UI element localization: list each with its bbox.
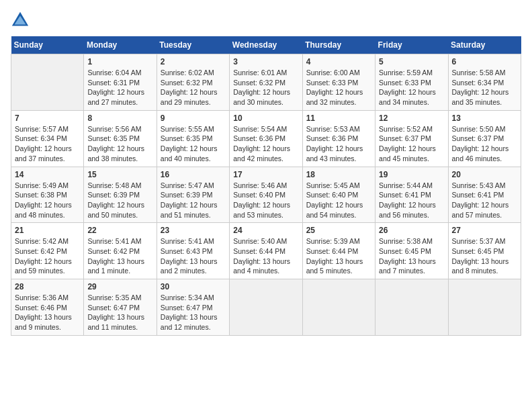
day-info: Sunrise: 5:49 AM Sunset: 6:38 PM Dayligh… bbox=[15, 181, 80, 220]
day-info: Sunrise: 5:41 AM Sunset: 6:42 PM Dayligh… bbox=[87, 236, 152, 276]
day-number: 11 bbox=[306, 113, 371, 123]
calendar-cell: 29Sunrise: 5:35 AM Sunset: 6:47 PM Dayli… bbox=[84, 279, 157, 336]
weekday-header: Tuesday bbox=[157, 36, 229, 54]
day-info: Sunrise: 5:50 AM Sunset: 6:37 PM Dayligh… bbox=[452, 124, 517, 164]
day-number: 7 bbox=[15, 113, 80, 123]
calendar-row: 1Sunrise: 6:04 AM Sunset: 6:31 PM Daylig… bbox=[11, 54, 521, 111]
calendar-cell bbox=[230, 279, 302, 336]
weekday-header: Friday bbox=[375, 36, 448, 54]
day-number: 10 bbox=[233, 113, 298, 123]
day-info: Sunrise: 5:57 AM Sunset: 6:34 PM Dayligh… bbox=[15, 124, 80, 164]
day-number: 2 bbox=[161, 57, 226, 66]
calendar-cell: 1Sunrise: 6:04 AM Sunset: 6:31 PM Daylig… bbox=[84, 54, 157, 111]
calendar-cell: 28Sunrise: 5:36 AM Sunset: 6:46 PM Dayli… bbox=[11, 279, 84, 336]
logo bbox=[11, 11, 32, 30]
calendar-cell: 6Sunrise: 5:58 AM Sunset: 6:34 PM Daylig… bbox=[448, 54, 521, 111]
day-info: Sunrise: 6:01 AM Sunset: 6:32 PM Dayligh… bbox=[233, 68, 298, 107]
calendar-cell: 9Sunrise: 5:55 AM Sunset: 6:35 PM Daylig… bbox=[157, 110, 229, 167]
calendar-cell: 25Sunrise: 5:39 AM Sunset: 6:44 PM Dayli… bbox=[302, 223, 375, 279]
calendar-cell: 23Sunrise: 5:41 AM Sunset: 6:43 PM Dayli… bbox=[157, 223, 229, 279]
page-header bbox=[11, 11, 521, 30]
day-info: Sunrise: 5:46 AM Sunset: 6:40 PM Dayligh… bbox=[233, 181, 298, 220]
day-number: 17 bbox=[233, 170, 298, 179]
day-number: 13 bbox=[452, 113, 517, 123]
calendar-cell: 4Sunrise: 6:00 AM Sunset: 6:33 PM Daylig… bbox=[302, 54, 375, 111]
calendar-cell: 11Sunrise: 5:53 AM Sunset: 6:36 PM Dayli… bbox=[302, 110, 375, 167]
day-info: Sunrise: 5:45 AM Sunset: 6:40 PM Dayligh… bbox=[306, 181, 371, 220]
day-info: Sunrise: 5:38 AM Sunset: 6:45 PM Dayligh… bbox=[379, 236, 444, 276]
calendar-cell: 16Sunrise: 5:47 AM Sunset: 6:39 PM Dayli… bbox=[157, 167, 229, 223]
day-number: 28 bbox=[15, 282, 80, 291]
day-number: 30 bbox=[161, 282, 226, 291]
day-number: 27 bbox=[452, 226, 517, 235]
day-number: 14 bbox=[15, 170, 80, 179]
day-info: Sunrise: 5:47 AM Sunset: 6:39 PM Dayligh… bbox=[161, 181, 226, 220]
day-info: Sunrise: 5:41 AM Sunset: 6:43 PM Dayligh… bbox=[161, 236, 226, 276]
calendar-cell: 27Sunrise: 5:37 AM Sunset: 6:45 PM Dayli… bbox=[448, 223, 521, 279]
day-number: 21 bbox=[15, 226, 80, 235]
day-info: Sunrise: 5:58 AM Sunset: 6:34 PM Dayligh… bbox=[452, 68, 517, 107]
day-info: Sunrise: 6:02 AM Sunset: 6:32 PM Dayligh… bbox=[161, 68, 226, 107]
calendar-cell: 3Sunrise: 6:01 AM Sunset: 6:32 PM Daylig… bbox=[230, 54, 302, 111]
calendar-cell: 14Sunrise: 5:49 AM Sunset: 6:38 PM Dayli… bbox=[11, 167, 84, 223]
day-number: 4 bbox=[306, 57, 371, 66]
day-info: Sunrise: 5:53 AM Sunset: 6:36 PM Dayligh… bbox=[306, 124, 371, 164]
calendar-cell: 15Sunrise: 5:48 AM Sunset: 6:39 PM Dayli… bbox=[84, 167, 157, 223]
day-info: Sunrise: 5:52 AM Sunset: 6:37 PM Dayligh… bbox=[379, 124, 444, 164]
calendar-cell: 24Sunrise: 5:40 AM Sunset: 6:44 PM Dayli… bbox=[230, 223, 302, 279]
calendar-cell bbox=[302, 279, 375, 336]
day-info: Sunrise: 5:35 AM Sunset: 6:47 PM Dayligh… bbox=[87, 293, 152, 332]
calendar-cell bbox=[448, 279, 521, 336]
day-number: 8 bbox=[87, 113, 152, 123]
day-info: Sunrise: 5:48 AM Sunset: 6:39 PM Dayligh… bbox=[87, 181, 152, 220]
calendar-cell: 26Sunrise: 5:38 AM Sunset: 6:45 PM Dayli… bbox=[375, 223, 448, 279]
day-number: 5 bbox=[379, 57, 444, 66]
day-number: 6 bbox=[452, 57, 517, 66]
day-info: Sunrise: 5:54 AM Sunset: 6:36 PM Dayligh… bbox=[233, 124, 298, 164]
day-number: 22 bbox=[87, 226, 152, 235]
day-info: Sunrise: 5:34 AM Sunset: 6:47 PM Dayligh… bbox=[161, 293, 226, 332]
weekday-header: Sunday bbox=[11, 36, 84, 54]
day-info: Sunrise: 5:55 AM Sunset: 6:35 PM Dayligh… bbox=[161, 124, 226, 164]
day-number: 16 bbox=[161, 170, 226, 179]
weekday-header: Monday bbox=[84, 36, 157, 54]
day-number: 3 bbox=[233, 57, 298, 66]
day-info: Sunrise: 5:59 AM Sunset: 6:33 PM Dayligh… bbox=[379, 68, 444, 107]
day-info: Sunrise: 5:56 AM Sunset: 6:35 PM Dayligh… bbox=[87, 124, 152, 164]
calendar-cell bbox=[375, 279, 448, 336]
day-info: Sunrise: 6:00 AM Sunset: 6:33 PM Dayligh… bbox=[306, 68, 371, 107]
weekday-header: Thursday bbox=[302, 36, 375, 54]
day-number: 20 bbox=[452, 170, 517, 179]
calendar-cell: 13Sunrise: 5:50 AM Sunset: 6:37 PM Dayli… bbox=[448, 110, 521, 167]
day-number: 12 bbox=[379, 113, 444, 123]
day-number: 29 bbox=[87, 282, 152, 291]
weekday-header-row: SundayMondayTuesdayWednesdayThursdayFrid… bbox=[11, 36, 521, 54]
calendar-cell: 10Sunrise: 5:54 AM Sunset: 6:36 PM Dayli… bbox=[230, 110, 302, 167]
calendar-cell: 30Sunrise: 5:34 AM Sunset: 6:47 PM Dayli… bbox=[157, 279, 229, 336]
logo-icon bbox=[11, 11, 30, 30]
day-number: 9 bbox=[161, 113, 226, 123]
day-info: Sunrise: 5:39 AM Sunset: 6:44 PM Dayligh… bbox=[306, 236, 371, 276]
calendar-row: 28Sunrise: 5:36 AM Sunset: 6:46 PM Dayli… bbox=[11, 279, 521, 336]
calendar-cell: 19Sunrise: 5:44 AM Sunset: 6:41 PM Dayli… bbox=[375, 167, 448, 223]
calendar-cell: 5Sunrise: 5:59 AM Sunset: 6:33 PM Daylig… bbox=[375, 54, 448, 111]
day-number: 25 bbox=[306, 226, 371, 235]
day-info: Sunrise: 5:43 AM Sunset: 6:41 PM Dayligh… bbox=[452, 181, 517, 220]
day-info: Sunrise: 5:36 AM Sunset: 6:46 PM Dayligh… bbox=[15, 293, 80, 332]
calendar-cell: 8Sunrise: 5:56 AM Sunset: 6:35 PM Daylig… bbox=[84, 110, 157, 167]
weekday-header: Saturday bbox=[448, 36, 521, 54]
calendar-table: SundayMondayTuesdayWednesdayThursdayFrid… bbox=[11, 36, 521, 336]
calendar-cell: 21Sunrise: 5:42 AM Sunset: 6:42 PM Dayli… bbox=[11, 223, 84, 279]
calendar-row: 21Sunrise: 5:42 AM Sunset: 6:42 PM Dayli… bbox=[11, 223, 521, 279]
day-number: 19 bbox=[379, 170, 444, 179]
calendar-cell: 12Sunrise: 5:52 AM Sunset: 6:37 PM Dayli… bbox=[375, 110, 448, 167]
day-info: Sunrise: 5:42 AM Sunset: 6:42 PM Dayligh… bbox=[15, 236, 80, 276]
day-info: Sunrise: 6:04 AM Sunset: 6:31 PM Dayligh… bbox=[87, 68, 152, 107]
calendar-cell: 18Sunrise: 5:45 AM Sunset: 6:40 PM Dayli… bbox=[302, 167, 375, 223]
calendar-cell: 2Sunrise: 6:02 AM Sunset: 6:32 PM Daylig… bbox=[157, 54, 229, 111]
day-number: 26 bbox=[379, 226, 444, 235]
calendar-cell: 7Sunrise: 5:57 AM Sunset: 6:34 PM Daylig… bbox=[11, 110, 84, 167]
day-number: 18 bbox=[306, 170, 371, 179]
day-info: Sunrise: 5:40 AM Sunset: 6:44 PM Dayligh… bbox=[233, 236, 298, 276]
day-info: Sunrise: 5:37 AM Sunset: 6:45 PM Dayligh… bbox=[452, 236, 517, 276]
